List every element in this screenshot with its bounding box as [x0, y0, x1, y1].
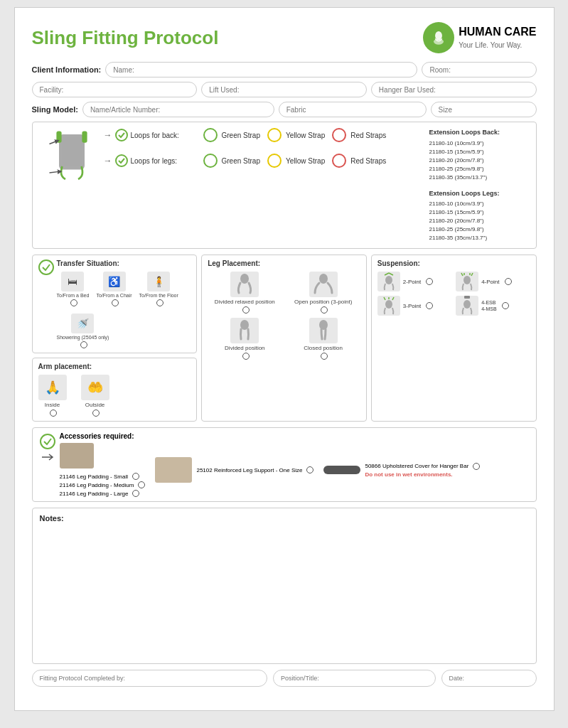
transfer-box: Transfer Situation: 🛏 To/From a Bed ♿ To… [32, 255, 198, 353]
arm-items: 🙏 Inside 🤲 Outside [38, 375, 191, 417]
arm-inside-radio[interactable] [50, 410, 57, 417]
document-page: Sling Fitting Protocol HUMAN CARE Your L… [14, 7, 554, 711]
susp-4esb-radio[interactable] [502, 302, 509, 309]
susp-4esb-icon [456, 296, 478, 316]
leg-closed: Closed position [286, 318, 360, 360]
leg-closed-radio[interactable] [321, 353, 328, 360]
green-strap-legs: Green Strap [203, 154, 260, 168]
leg-divided-icon [230, 318, 259, 343]
lift-input[interactable] [201, 82, 367, 97]
reinforced-img [155, 457, 192, 483]
svg-point-19 [463, 276, 471, 284]
transfer-floor-radio[interactable] [156, 299, 164, 306]
completed-by-input[interactable] [32, 670, 268, 687]
client-info-row1: Client Information: [32, 62, 537, 77]
header: Sling Fitting Protocol HUMAN CARE Your L… [32, 22, 537, 53]
susp-4pt-radio[interactable] [505, 278, 512, 285]
leg-placement-box: Leg Placement: Divided relaxed position [201, 255, 367, 422]
acc-small-radio[interactable] [132, 473, 139, 480]
svg-line-23 [471, 273, 473, 276]
page-title: Sling Fitting Protocol [32, 27, 219, 49]
svg-line-18 [389, 273, 393, 275]
svg-point-15 [319, 320, 328, 330]
arm-inside: 🙏 Inside [38, 375, 67, 417]
room-input[interactable] [422, 62, 536, 77]
transfer-floor: 🧍 To/From the Floor [139, 272, 178, 306]
svg-rect-4 [62, 138, 81, 167]
red-strap-legs: Red Straps [332, 154, 386, 168]
chair-icon: ♿ [103, 272, 126, 291]
size-input[interactable] [431, 102, 537, 117]
yellow-circle-legs[interactable] [267, 154, 282, 168]
shower-icon: 🚿 [71, 314, 94, 333]
hanger-input[interactable] [371, 82, 537, 97]
extension-loops: Extension Loops Back: 21180-10 (10cm/3.9… [429, 128, 529, 242]
acc-leg-paddings: 21146 Leg Padding - Small 21146 Leg Padd… [60, 443, 146, 497]
susp-items: 2-Point [377, 272, 530, 316]
transfer-chair-radio[interactable] [112, 299, 119, 306]
susp-2pt-icon [377, 272, 400, 291]
svg-point-10 [116, 155, 127, 166]
transfer-bed-radio[interactable] [70, 299, 77, 306]
arm-outside-radio[interactable] [92, 410, 100, 417]
susp-2pt-radio[interactable] [426, 278, 433, 285]
yellow-strap-legs: Yellow Strap [267, 154, 325, 168]
acc-large-radio[interactable] [132, 490, 139, 497]
transfer-arm-col: Transfer Situation: 🛏 To/From a Bed ♿ To… [32, 255, 198, 422]
susp-title: Suspension: [377, 259, 530, 267]
acc-content: Accessories required: 21146 Leg Padding … [60, 432, 529, 497]
facility-input[interactable] [32, 82, 198, 97]
transfer-items: 🛏 To/From a Bed ♿ To/From a Chair 🧍 [57, 272, 191, 348]
acc-medium-radio[interactable] [138, 481, 145, 488]
svg-point-28 [463, 300, 471, 309]
sling-diagram [40, 128, 104, 192]
svg-point-24 [385, 300, 392, 309]
acc-reinforced-label: 25102 Reinforced Leg Support - One Size [196, 466, 314, 473]
transfer-shower-radio[interactable] [80, 341, 87, 348]
ext-loops-legs: Extension Loops Legs: 21180-10 (10cm/3.9… [429, 189, 529, 243]
leg-dr-radio[interactable] [242, 306, 250, 314]
sections-grid: Transfer Situation: 🛏 To/From a Bed ♿ To… [32, 255, 537, 422]
fabric-input[interactable] [279, 102, 427, 117]
red-circle-back[interactable] [332, 128, 346, 142]
acc-check-icon [40, 434, 55, 449]
logo-text: HUMAN CARE Your Life. Your Way. [459, 25, 536, 50]
hanger-img [323, 466, 360, 474]
green-circle-legs[interactable] [203, 154, 218, 168]
susp-4point: 4-Point [456, 272, 530, 291]
date-input[interactable] [441, 670, 537, 687]
article-input[interactable] [82, 102, 274, 117]
acc-hanger-radio[interactable] [473, 463, 480, 470]
logo-icon [423, 22, 454, 53]
transfer-check-icon [38, 259, 54, 275]
red-circle-legs[interactable] [332, 154, 346, 168]
notes-textarea[interactable] [40, 525, 529, 653]
accessories-box: Accessories required: 21146 Leg Padding … [32, 427, 537, 502]
arm-placement-box: Arm placement: 🙏 Inside 🤲 Outside [32, 358, 198, 422]
legs-label: Loops for legs: [104, 154, 196, 167]
susp-3pt-radio[interactable] [426, 302, 433, 309]
svg-line-7 [49, 141, 58, 144]
acc-reinforced: 25102 Reinforced Leg Support - One Size [155, 457, 314, 483]
client-info-label: Client Information: [32, 65, 102, 74]
arm-outside-icon: 🤲 [81, 375, 109, 400]
transfer-chair: ♿ To/From a Chair [96, 272, 132, 306]
acc-reinforced-radio[interactable] [306, 466, 314, 473]
position-input[interactable] [273, 670, 435, 687]
ext-loops-back: Extension Loops Back: 21180-10 (10cm/3.9… [429, 128, 529, 182]
green-strap-back: Green Strap [203, 128, 260, 142]
green-circle-back[interactable] [203, 128, 218, 142]
leg-title: Leg Placement: [208, 259, 360, 267]
transfer-title: Transfer Situation: [57, 259, 191, 267]
leg-open: Open position (3-point) [286, 272, 360, 314]
leg-div-radio[interactable] [242, 353, 250, 360]
check-icon-legs [115, 154, 128, 167]
leg-open-radio[interactable] [321, 306, 328, 314]
name-input[interactable] [105, 62, 417, 77]
transfer-shower: 🚿 Showering (25045 only) [57, 314, 109, 348]
svg-point-2 [434, 38, 444, 44]
yellow-circle-back[interactable] [267, 128, 282, 142]
acc-title: Accessories required: [60, 432, 529, 440]
arm-title: Arm placement: [38, 363, 191, 370]
leg-divided-relaxed-icon [230, 272, 259, 297]
